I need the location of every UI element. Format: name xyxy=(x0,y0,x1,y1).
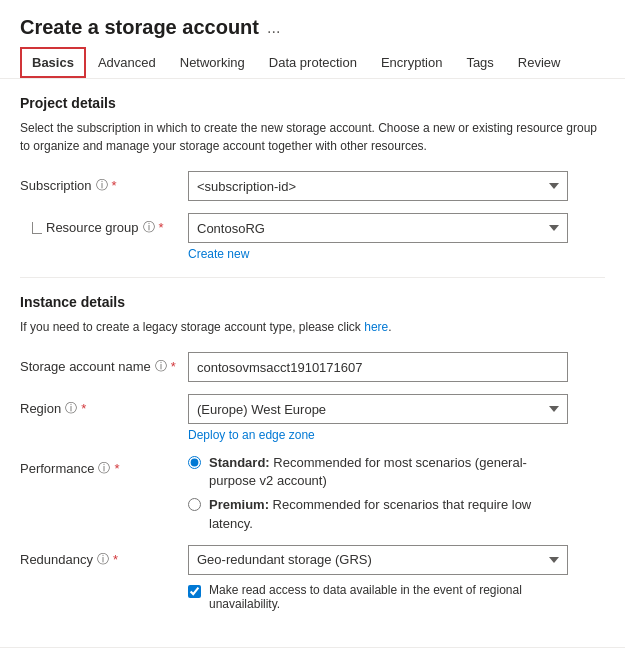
main-content: Project details Select the subscription … xyxy=(0,79,625,639)
region-control: (Europe) West Europe Deploy to an edge z… xyxy=(188,394,568,442)
redundancy-required: * xyxy=(113,552,118,567)
storage-name-info-icon[interactable]: ⓘ xyxy=(155,358,167,375)
region-required: * xyxy=(81,401,86,416)
performance-premium-option[interactable]: Premium: Recommended for scenarios that … xyxy=(188,496,568,532)
resource-group-control: ContosoRG Create new xyxy=(188,213,568,261)
tab-encryption[interactable]: Encryption xyxy=(369,47,454,78)
subscription-row: Subscription ⓘ * <subscription-id> xyxy=(20,171,605,201)
performance-standard-option[interactable]: Standard: Recommended for most scenarios… xyxy=(188,454,568,490)
redundancy-select[interactable]: Geo-redundant storage (GRS) xyxy=(188,545,568,575)
performance-row: Performance ⓘ * Standard: Recommended fo… xyxy=(20,454,605,533)
tab-advanced[interactable]: Advanced xyxy=(86,47,168,78)
here-link[interactable]: here xyxy=(364,320,388,334)
read-access-label: Make read access to data available in th… xyxy=(209,583,568,611)
redundancy-control: Geo-redundant storage (GRS) Make read ac… xyxy=(188,545,568,611)
redundancy-info-icon[interactable]: ⓘ xyxy=(97,551,109,568)
subscription-label: Subscription ⓘ * xyxy=(20,171,180,194)
read-access-checkbox-label[interactable]: Make read access to data available in th… xyxy=(188,583,568,611)
resource-group-label: Resource group xyxy=(46,220,139,235)
redundancy-label: Redundancy ⓘ * xyxy=(20,545,180,568)
performance-premium-radio[interactable] xyxy=(188,498,201,511)
tab-review[interactable]: Review xyxy=(506,47,573,78)
tab-tags[interactable]: Tags xyxy=(454,47,505,78)
more-options-icon[interactable]: ... xyxy=(267,19,280,37)
resource-group-row: Resource group ⓘ * ContosoRG Create new xyxy=(20,213,605,261)
create-new-link[interactable]: Create new xyxy=(188,247,568,261)
resource-group-required: * xyxy=(159,220,164,235)
instance-details-desc: If you need to create a legacy storage a… xyxy=(20,318,600,336)
storage-name-input[interactable] xyxy=(188,352,568,382)
section-divider-1 xyxy=(20,277,605,278)
checkbox-container: Make read access to data available in th… xyxy=(188,583,568,611)
read-access-checkbox[interactable] xyxy=(188,585,201,598)
performance-standard-radio[interactable] xyxy=(188,456,201,469)
subscription-info-icon[interactable]: ⓘ xyxy=(96,177,108,194)
resource-group-label-container: Resource group ⓘ * xyxy=(20,213,180,236)
storage-name-control xyxy=(188,352,568,382)
subscription-required: * xyxy=(112,178,117,193)
project-details-desc: Select the subscription in which to crea… xyxy=(20,119,600,155)
subscription-select[interactable]: <subscription-id> xyxy=(188,171,568,201)
performance-standard-label: Standard: Recommended for most scenarios… xyxy=(209,454,568,490)
page-header: Create a storage account ... xyxy=(0,0,625,47)
region-label: Region ⓘ * xyxy=(20,394,180,417)
resource-group-select[interactable]: ContosoRG xyxy=(188,213,568,243)
performance-label: Performance ⓘ * xyxy=(20,454,180,477)
tab-data-protection[interactable]: Data protection xyxy=(257,47,369,78)
tab-bar: Basics Advanced Networking Data protecti… xyxy=(0,47,625,79)
resource-group-info-icon[interactable]: ⓘ xyxy=(143,219,155,236)
performance-premium-label: Premium: Recommended for scenarios that … xyxy=(209,496,568,532)
region-row: Region ⓘ * (Europe) West Europe Deploy t… xyxy=(20,394,605,442)
storage-name-row: Storage account name ⓘ * xyxy=(20,352,605,382)
footer: Review < Previous Next : Advanced > xyxy=(0,647,625,657)
instance-details-section: Instance details If you need to create a… xyxy=(20,294,605,611)
tab-basics[interactable]: Basics xyxy=(20,47,86,78)
project-details-title: Project details xyxy=(20,95,605,111)
tab-networking[interactable]: Networking xyxy=(168,47,257,78)
performance-required: * xyxy=(114,461,119,476)
storage-name-label: Storage account name ⓘ * xyxy=(20,352,180,375)
deploy-edge-link[interactable]: Deploy to an edge zone xyxy=(188,428,568,442)
region-info-icon[interactable]: ⓘ xyxy=(65,400,77,417)
page-title: Create a storage account xyxy=(20,16,259,39)
region-select[interactable]: (Europe) West Europe xyxy=(188,394,568,424)
subscription-control: <subscription-id> xyxy=(188,171,568,201)
storage-name-required: * xyxy=(171,359,176,374)
performance-control: Standard: Recommended for most scenarios… xyxy=(188,454,568,533)
project-details-section: Project details Select the subscription … xyxy=(20,95,605,261)
redundancy-row: Redundancy ⓘ * Geo-redundant storage (GR… xyxy=(20,545,605,611)
performance-info-icon[interactable]: ⓘ xyxy=(98,460,110,477)
instance-details-title: Instance details xyxy=(20,294,605,310)
